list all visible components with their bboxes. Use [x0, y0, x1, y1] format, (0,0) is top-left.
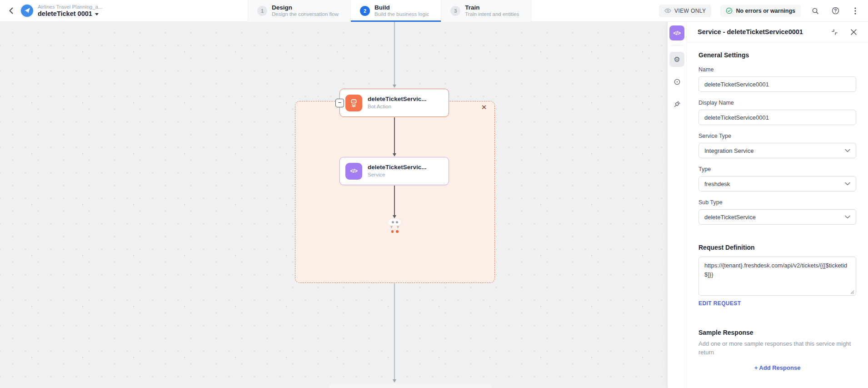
- tab-number: 2: [360, 6, 370, 16]
- tab-number: 3: [450, 6, 460, 16]
- flow-arrowhead: [393, 85, 396, 88]
- plug-icon: [673, 101, 681, 108]
- service-panel-icon: </>: [669, 25, 684, 40]
- task-name: deleteTicket 0001: [38, 10, 92, 18]
- flow-arrowhead: [393, 215, 396, 218]
- circle-dot-icon: [673, 78, 681, 86]
- tab-title: Build: [374, 4, 429, 11]
- chevron-down-icon: [95, 13, 99, 15]
- tab-title: Design: [272, 4, 339, 11]
- name-label: Name: [698, 66, 856, 73]
- general-settings-heading: General Settings: [698, 51, 856, 59]
- help-icon: [832, 7, 839, 15]
- add-response-link[interactable]: + Add Response: [698, 364, 856, 371]
- node-title: deleteTicketServic...: [368, 96, 427, 103]
- flow-connector-line: [394, 283, 395, 380]
- settings-tab-button[interactable]: ⚙: [669, 52, 684, 67]
- flow-connector-line: [394, 22, 395, 85]
- close-icon: [851, 29, 857, 35]
- top-bar: Airlines Travel Planning_a... deleteTick…: [0, 0, 868, 22]
- check-circle-icon: [726, 7, 733, 14]
- tab-subtitle: Build the business logic: [374, 11, 429, 18]
- type-label: Type: [698, 166, 856, 172]
- collapse-node-button[interactable]: −: [335, 99, 344, 107]
- collapse-panel-button[interactable]: [829, 26, 840, 37]
- help-button[interactable]: [830, 5, 841, 16]
- display-name-field[interactable]: [698, 110, 856, 125]
- tab-design[interactable]: 1 Design Design the conversation flow: [248, 0, 350, 22]
- chevron-down-icon: [845, 149, 850, 152]
- service-type-label: Service Type: [698, 133, 856, 139]
- request-definition-textarea[interactable]: https://{tenant}.freshdesk.com/api/v2/ti…: [698, 257, 856, 296]
- close-panel-button[interactable]: [848, 26, 859, 37]
- tab-build[interactable]: 2 Build Build the business logic: [350, 0, 441, 22]
- flow-arrowhead: [393, 153, 396, 156]
- app-root: ✕ deleteTicketServic... Bot Action: [0, 0, 868, 388]
- panel-content: Service - deleteTicketService0001 Genera…: [687, 22, 868, 388]
- connection-arrows-icon: ▼▼: [389, 225, 401, 229]
- next-node-partial[interactable]: [329, 383, 492, 388]
- tab-title: Train: [465, 4, 519, 11]
- chevron-down-icon: [845, 215, 850, 219]
- gear-icon: ⚙: [673, 55, 680, 64]
- node-bot-action[interactable]: deleteTicketServic... Bot Action: [339, 89, 449, 117]
- selection-region[interactable]: [295, 101, 495, 283]
- request-definition-heading: Request Definition: [698, 244, 856, 251]
- node-subtitle: Service: [368, 171, 427, 178]
- tab-subtitle: Design the conversation flow: [272, 11, 339, 18]
- connection-dots: [389, 230, 401, 233]
- sample-response-heading: Sample Response: [698, 329, 856, 336]
- chevron-down-icon: [845, 182, 850, 186]
- type-select[interactable]: freshdesk: [698, 176, 856, 191]
- panel-title: Service - deleteTicketService0001: [698, 28, 829, 35]
- flow-connector-line: [394, 117, 395, 154]
- status-label: No errors or warnings: [736, 8, 795, 14]
- display-name-label: Display Name: [698, 100, 856, 106]
- task-switcher[interactable]: deleteTicket 0001: [38, 10, 103, 18]
- service-code-icon: </>: [345, 163, 362, 180]
- edit-request-link[interactable]: EDIT REQUEST: [698, 300, 741, 307]
- resize-handle[interactable]: [850, 290, 854, 294]
- sub-type-value: deleteTicketService: [704, 214, 756, 221]
- connections-tab-button[interactable]: [669, 96, 684, 111]
- collapse-icon: [831, 29, 838, 35]
- search-button[interactable]: [810, 5, 821, 16]
- panel-icon-rail: </> ⚙: [668, 22, 687, 388]
- tab-subtitle: Train intent and entities: [465, 11, 519, 18]
- app-logo-icon: [21, 5, 33, 17]
- tab-number: 1: [257, 6, 267, 16]
- instances-tab-button[interactable]: [669, 74, 684, 89]
- service-type-value: Integration Service: [704, 147, 753, 154]
- bot-action-icon: [345, 95, 362, 111]
- rail-divider: [671, 45, 683, 45]
- view-only-badge: VIEW ONLY: [659, 5, 711, 17]
- more-menu-button[interactable]: [850, 5, 861, 16]
- sample-response-description: Add one or more sample responses that th…: [698, 340, 853, 357]
- status-badge: No errors or warnings: [720, 5, 801, 17]
- service-properties-panel: </> ⚙ Service - deleteTicketService0001: [667, 22, 868, 388]
- view-only-label: VIEW ONLY: [674, 8, 706, 14]
- kebab-menu-icon: [854, 7, 856, 15]
- tab-train[interactable]: 3 Train Train intent and entities: [441, 0, 531, 22]
- node-subtitle: Bot Action: [368, 103, 427, 110]
- app-name: Airlines Travel Planning_a...: [38, 4, 103, 10]
- back-button[interactable]: [5, 4, 17, 17]
- sub-type-label: Sub Type: [698, 199, 856, 206]
- sub-type-select[interactable]: deleteTicketService: [698, 209, 856, 225]
- eye-icon: [664, 8, 671, 13]
- search-icon: [812, 7, 819, 15]
- selection-close-icon[interactable]: ✕: [479, 103, 489, 112]
- type-value: freshdesk: [704, 181, 730, 187]
- flow-arrowhead: [393, 379, 396, 383]
- workflow-tabs: 1 Design Design the conversation flow 2 …: [248, 0, 531, 22]
- flow-connector-line: [394, 186, 395, 216]
- service-type-select[interactable]: Integration Service: [698, 143, 856, 158]
- name-field[interactable]: [698, 76, 856, 92]
- node-service[interactable]: </> deleteTicketServic... Service: [339, 157, 449, 185]
- node-title: deleteTicketServic...: [368, 164, 427, 171]
